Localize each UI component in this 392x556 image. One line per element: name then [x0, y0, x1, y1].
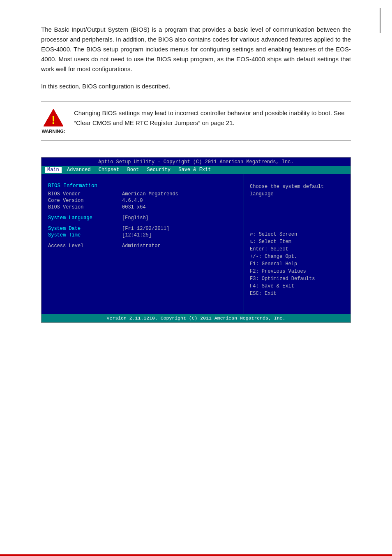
svg-text:!: !	[51, 114, 55, 126]
bios-hint-f2: F2: Previous Values	[250, 268, 345, 275]
bios-core-version-label: Core Version	[48, 198, 122, 204]
bios-system-language-label: System Language	[48, 215, 122, 221]
bios-menu-bar: Main Advanced Chipset Boot Security Save…	[42, 166, 350, 174]
bios-body: BIOS Information BIOS Vendor American Me…	[42, 174, 350, 314]
bios-right-panel: Choose the system defaultlanguage ⇄: Sel…	[244, 174, 350, 314]
bios-system-language-row: System Language [English]	[48, 215, 237, 221]
bios-system-date-label: System Date	[48, 226, 122, 232]
bios-title-bar: Aptio Setup Utility - Copyright (C) 2011…	[42, 158, 350, 166]
bios-menu-security[interactable]: Security	[141, 167, 173, 173]
bios-vendor-row: BIOS Vendor American Megatrends	[48, 191, 237, 197]
bios-system-time-label: System Time	[48, 232, 122, 238]
bios-left-panel: BIOS Information BIOS Vendor American Me…	[42, 174, 244, 314]
bios-hint-f4: F4: Save & Exit	[250, 283, 345, 290]
bios-hint-esc: ESC: Exit	[250, 290, 345, 297]
bios-access-level-row: Access Level Administrator	[48, 243, 237, 249]
bios-menu-save-exit[interactable]: Save & Exit	[173, 167, 213, 173]
warning-icon-wrap: ! WARNING:	[41, 108, 66, 134]
bios-menu-main[interactable]: Main	[45, 167, 62, 173]
bios-system-date-row: System Date [Fri 12/02/2011]	[48, 226, 237, 232]
bios-system-time-row: System Time [12:41:25]	[48, 232, 237, 238]
bios-system-language-value: [English]	[122, 215, 149, 221]
warning-triangle-icon: !	[43, 108, 64, 127]
bios-hint-f3: F3: Optimized Defaults	[250, 275, 345, 283]
bios-access-level-value: Administrator	[122, 243, 161, 249]
body-paragraph-2: In this section, BIOS configuration is d…	[41, 81, 351, 91]
bios-version-label: BIOS Version	[48, 204, 122, 210]
bios-hint-change-opt: +/-: Change Opt.	[250, 253, 345, 260]
bios-help-text: Choose the system defaultlanguage	[250, 183, 345, 198]
bios-menu-chipset[interactable]: Chipset	[93, 167, 122, 173]
warning-label: WARNING:	[42, 129, 65, 134]
bios-hint-select-screen: ⇄: Select Screen	[250, 231, 345, 238]
bios-menu-advanced[interactable]: Advanced	[62, 167, 93, 173]
warning-text: Changing BIOS settings may lead to incor…	[74, 108, 351, 128]
warning-box: ! WARNING: Changing BIOS settings may le…	[41, 101, 351, 141]
bios-title: Aptio Setup Utility - Copyright (C) 2011…	[98, 159, 293, 165]
bios-hints: ⇄: Select Screen ⇅: Select Item Enter: S…	[250, 198, 345, 297]
bios-system-time-value: [12:41:25]	[122, 232, 152, 238]
bios-vendor-label: BIOS Vendor	[48, 191, 122, 197]
bios-system-date-value: [Fri 12/02/2011]	[122, 226, 169, 232]
bios-core-version-value: 4.6.4.0	[122, 198, 143, 204]
bios-hint-select-item: ⇅: Select Item	[250, 238, 345, 246]
bios-access-level-label: Access Level	[48, 243, 122, 249]
bios-footer: Version 2.11.1210. Copyright (C) 2011 Am…	[42, 314, 350, 322]
bios-menu-boot[interactable]: Boot	[122, 167, 141, 173]
right-bar	[380, 8, 380, 33]
bios-version-row: BIOS Version 0031 x64	[48, 204, 237, 210]
bios-section-header: BIOS Information	[48, 183, 237, 189]
bios-screenshot: Aptio Setup Utility - Copyright (C) 2011…	[41, 157, 351, 323]
bios-hint-f1: F1: General Help	[250, 260, 345, 268]
bios-hint-enter: Enter: Select	[250, 246, 345, 253]
bios-version-value: 0031 x64	[122, 204, 146, 210]
bios-core-version-row: Core Version 4.6.4.0	[48, 198, 237, 204]
bios-vendor-value: American Megatrends	[122, 191, 178, 197]
bottom-red-line	[0, 554, 392, 556]
body-paragraph-1: The Basic Input/Output System (BIOS) is …	[41, 25, 351, 74]
